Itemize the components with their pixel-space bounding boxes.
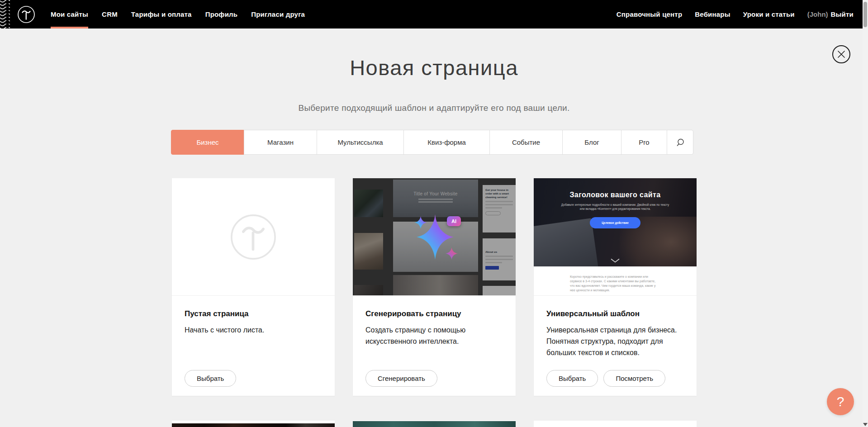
template-card-partial[interactable] bbox=[172, 421, 335, 427]
template-category-tabs: Бизнес Магазин Мультиссылка Квиз-форма С… bbox=[171, 130, 697, 155]
nav-help-center[interactable]: Справочный центр bbox=[617, 0, 683, 28]
select-blank-button[interactable]: Выбрать bbox=[185, 370, 236, 387]
card-description: Универсальная страница для бизнеса. Поня… bbox=[546, 324, 682, 358]
tab-event[interactable]: Событие bbox=[489, 130, 563, 155]
help-chat-button[interactable]: ? bbox=[827, 388, 854, 415]
template-preview-partial bbox=[172, 423, 335, 427]
tab-multilink[interactable]: Мультиссылка bbox=[317, 130, 404, 155]
template-preview-partial bbox=[353, 421, 516, 427]
close-dialog-button[interactable] bbox=[832, 45, 850, 63]
top-navigation-bar: Мои сайты CRM Тарифы и оплата Профиль Пр… bbox=[0, 0, 868, 28]
search-templates-button[interactable] bbox=[667, 130, 693, 155]
card-description: Начать с чистого листа. bbox=[185, 324, 320, 336]
nav-crm[interactable]: CRM bbox=[102, 0, 118, 28]
question-mark-icon: ? bbox=[837, 394, 844, 409]
nav-my-sites[interactable]: Мои сайты bbox=[51, 0, 88, 28]
tab-blog[interactable]: Блог bbox=[562, 130, 621, 155]
generate-page-button[interactable]: Сгенерировать bbox=[365, 370, 437, 387]
ai-sparkle-small-icon bbox=[446, 247, 458, 260]
user-session: (John) Выйти bbox=[807, 10, 854, 18]
scrollbar-thumb[interactable] bbox=[863, 2, 867, 27]
template-cta-button: Целевое действие bbox=[590, 217, 640, 228]
logout-button[interactable]: Выйти bbox=[831, 10, 854, 18]
ai-badge: AI bbox=[447, 216, 461, 226]
templates-grid: Пустая страница Начать с чистого листа. … bbox=[172, 178, 697, 396]
template-about-section: Коротко представьтесь и расскажите о ком… bbox=[534, 266, 697, 296]
close-icon bbox=[837, 50, 845, 58]
template-card-ai-generate[interactable]: Title of Your Website Get your house in … bbox=[353, 178, 516, 396]
page-subtitle: Выберите подходящий шаблон и адаптируйте… bbox=[0, 103, 868, 113]
nav-invite-friend[interactable]: Пригласи друга bbox=[251, 0, 305, 28]
scrollbar-down-arrow[interactable] bbox=[863, 423, 868, 426]
user-name-label: (John) bbox=[807, 10, 828, 18]
tab-pro[interactable]: Pro bbox=[621, 130, 667, 155]
template-card-partial[interactable] bbox=[353, 421, 516, 427]
nav-tariffs[interactable]: Тарифы и оплата bbox=[131, 0, 192, 28]
ai-collage-preview: Title of Your Website Get your house in … bbox=[353, 178, 516, 296]
template-hero-section: Заголовок вашего сайта Добавьте интересн… bbox=[534, 178, 697, 266]
secondary-menu: Справочный центр Вебинары Уроки и статьи… bbox=[617, 0, 854, 28]
tab-quiz-form[interactable]: Квиз-форма bbox=[403, 130, 490, 155]
blank-page-preview bbox=[172, 178, 335, 296]
templates-grid-next-row bbox=[172, 421, 697, 427]
card-title: Пустая страница bbox=[185, 309, 322, 318]
zigzag-pattern-decoration bbox=[0, 0, 10, 28]
preview-universal-button[interactable]: Посмотреть bbox=[603, 370, 665, 387]
tab-business[interactable]: Бизнес bbox=[171, 130, 244, 155]
nav-webinars[interactable]: Вебинары bbox=[695, 0, 730, 28]
template-hero-title: Заголовок вашего сайта bbox=[534, 191, 697, 199]
main-menu: Мои сайты CRM Тарифы и оплата Профиль Пр… bbox=[51, 0, 305, 28]
card-description: Создать страницу с помощью искусственног… bbox=[365, 324, 501, 347]
vertical-scrollbar[interactable] bbox=[863, 0, 868, 427]
tilda-watermark-icon bbox=[230, 214, 277, 261]
search-icon bbox=[676, 138, 685, 147]
chevron-down-icon bbox=[610, 258, 620, 263]
page-title: Новая страница bbox=[0, 55, 868, 80]
card-title: Универсальный шаблон bbox=[546, 309, 684, 318]
template-card-blank-page[interactable]: Пустая страница Начать с чистого листа. … bbox=[172, 178, 335, 396]
nav-profile[interactable]: Профиль bbox=[205, 0, 238, 28]
select-universal-button[interactable]: Выбрать bbox=[546, 370, 598, 387]
tab-shop[interactable]: Магазин bbox=[244, 130, 317, 155]
template-card-partial[interactable] bbox=[534, 421, 697, 427]
template-about-text: Коротко представьтесь и расскажите о ком… bbox=[570, 275, 660, 293]
card-title: Сгенерировать страницу bbox=[365, 309, 503, 318]
universal-template-preview: Заголовок вашего сайта Добавьте интересн… bbox=[534, 178, 697, 296]
nav-lessons[interactable]: Уроки и статьи bbox=[743, 0, 795, 28]
tilda-logo-icon[interactable] bbox=[17, 5, 35, 24]
template-card-universal[interactable]: Заголовок вашего сайта Добавьте интересн… bbox=[534, 178, 697, 396]
template-hero-subtitle: Добавьте интересные подробности о вашей … bbox=[559, 203, 672, 211]
